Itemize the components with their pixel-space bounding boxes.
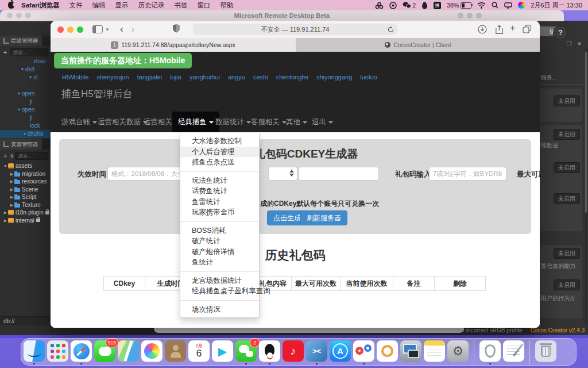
caret-icon[interactable]: [24, 122, 30, 130]
reload-icon[interactable]: [387, 25, 394, 37]
dnd-icon[interactable]: [389, 2, 397, 9]
dock-app[interactable]: [353, 340, 374, 365]
dock-app[interactable]: [24, 340, 45, 365]
asset-node[interactable]: ▶ i18n-plugin: [0, 209, 51, 217]
sidebar-icon[interactable]: [92, 25, 103, 33]
asset-node[interactable]: ▶ Script: [0, 193, 51, 201]
server-link[interactable]: H5Mobile: [62, 74, 88, 80]
service-disabled-button[interactable]: 未启用: [554, 193, 580, 204]
dock-app[interactable]: [424, 340, 445, 365]
dropdown-menu-item[interactable]: 鱼雷统计: [180, 197, 259, 208]
dropdown-menu-item[interactable]: 大水池参数控制: [180, 136, 259, 147]
asset-node[interactable]: ▶ resources: [0, 178, 51, 186]
remote-desktop-titlebar[interactable]: Microsoft Remote Desktop Beta: [0, 10, 564, 21]
new-tab-icon[interactable]: +: [510, 23, 515, 33]
caret-icon[interactable]: ▼: [20, 66, 25, 74]
back-button[interactable]: ‹: [120, 21, 123, 38]
hierarchy-node[interactable]: zhao: [0, 57, 51, 66]
tab-overview-icon[interactable]: [523, 25, 532, 36]
input-method-icon[interactable]: 拼: [434, 2, 441, 9]
dock-app[interactable]: ⚙: [447, 340, 469, 365]
search-icon[interactable]: [492, 2, 498, 9]
dock-app[interactable]: ♪: [283, 340, 304, 365]
asset-node[interactable]: ▶ internal: [0, 217, 51, 225]
dock-app-icon[interactable]: [424, 340, 445, 362]
server-link[interactable]: angyu: [228, 74, 245, 80]
dock-app[interactable]: [377, 340, 398, 365]
dock-app[interactable]: [503, 340, 524, 365]
hierarchy-node[interactable]: ▼ open: [0, 106, 51, 114]
siri-icon[interactable]: [518, 2, 525, 9]
dock-app[interactable]: [118, 340, 139, 365]
dock-app-icon[interactable]: [503, 340, 524, 362]
tab-active[interactable]: 1 119.91.211.74:88/appaspx/cdkeyNew.aspx: [51, 38, 296, 52]
privacy-shield-icon[interactable]: [172, 24, 180, 35]
dock-app-icon[interactable]: [535, 340, 556, 362]
zoom-button[interactable]: [25, 13, 31, 18]
close-button[interactable]: [57, 26, 64, 33]
dock-app-icon[interactable]: [141, 340, 163, 362]
dropdown-menu-item[interactable]: 捕鱼点杀点送: [180, 157, 259, 168]
dropdown-menu-item[interactable]: 玩家携带金币: [180, 207, 259, 218]
add-asset-button[interactable]: +: [2, 152, 8, 159]
dock-app-icon[interactable]: 515: [94, 340, 115, 362]
dock-app[interactable]: ▶: [212, 340, 233, 365]
service-disabled-button[interactable]: 未启用: [554, 162, 580, 173]
dock-app[interactable]: 515: [94, 340, 115, 365]
dropdown-menu-item[interactable]: 场次情况: [180, 304, 259, 315]
dock-app[interactable]: [47, 340, 68, 365]
dock-app[interactable]: 2月 6: [188, 340, 210, 365]
wechat-status[interactable]: 2: [403, 2, 416, 9]
server-link[interactable]: lujia: [170, 74, 181, 80]
dock-app[interactable]: [535, 340, 556, 365]
caret-icon[interactable]: ▼: [3, 162, 8, 170]
menubar-clock[interactable]: 2月6日 周一 13:30: [531, 1, 582, 10]
caret-icon[interactable]: ▶: [3, 209, 8, 217]
caret-icon[interactable]: ▶: [9, 201, 14, 209]
caret-icon[interactable]: ▼: [16, 90, 22, 98]
dock-app[interactable]: ><: [306, 340, 327, 365]
dropdown-menu-item[interactable]: BOSS消耗: [180, 225, 259, 236]
expire-input[interactable]: [107, 167, 191, 181]
dropdown-menu-item[interactable]: 玩法鱼统计: [180, 175, 259, 186]
dock-app-icon[interactable]: [259, 340, 280, 362]
dropdown-menu-item[interactable]: 个人后台管理: [180, 147, 259, 158]
dropdown-menu-item[interactable]: 鱼统计: [180, 257, 259, 268]
share-icon[interactable]: [495, 25, 504, 37]
dropdown-menu-item[interactable]: [180, 300, 259, 301]
tab-hierarchy[interactable]: 层级管理器: [0, 36, 42, 46]
service-disabled-button[interactable]: 未启用: [554, 95, 580, 106]
caret-icon[interactable]: ▶: [9, 186, 14, 194]
server-link[interactable]: shiyonggang: [316, 74, 352, 80]
dropdown-menu-item[interactable]: [180, 221, 259, 222]
refresh-server-button[interactable]: 刷新服务器: [300, 210, 347, 225]
dropdown-menu-item[interactable]: 破产炮倍详情: [180, 247, 259, 258]
dock-app-icon[interactable]: [47, 340, 68, 362]
dropdown-menu-item[interactable]: [180, 271, 259, 272]
menubar-item[interactable]: 窗口: [197, 1, 210, 10]
qq-icon[interactable]: [421, 2, 428, 9]
close-button[interactable]: [7, 13, 13, 18]
menubar-item[interactable]: 书签: [174, 1, 187, 10]
caret-icon[interactable]: [28, 57, 33, 66]
caret-icon[interactable]: ▼: [16, 106, 22, 114]
dock-app[interactable]: [165, 340, 186, 365]
panel-menu-icons[interactable]: ❐ ≡: [566, 40, 583, 47]
forward-button[interactable]: ›: [131, 21, 135, 38]
dock-app[interactable]: 2: [235, 340, 257, 365]
server-link[interactable]: tangjialei: [137, 74, 162, 80]
server-link[interactable]: shenyoujun: [96, 74, 129, 80]
content-input[interactable]: [299, 167, 379, 181]
hierarchy-node[interactable]: ▼ dk8: [0, 66, 51, 74]
assets-search-input[interactable]: 搜索...: [15, 152, 48, 160]
hierarchy-node[interactable]: ji: [0, 114, 51, 122]
dock-app[interactable]: [259, 340, 280, 365]
server-link[interactable]: yanghuihui: [189, 74, 220, 80]
server-link[interactable]: luoluo: [360, 74, 377, 80]
dock-app-icon[interactable]: [165, 340, 186, 362]
cluster-icon[interactable]: [375, 2, 384, 9]
asset-node[interactable]: ▶ migration: [0, 170, 51, 178]
battery-indicator[interactable]: 38%: [447, 2, 471, 9]
menubar-item[interactable]: 文件: [69, 1, 82, 10]
server-link[interactable]: ceshi: [253, 74, 268, 80]
